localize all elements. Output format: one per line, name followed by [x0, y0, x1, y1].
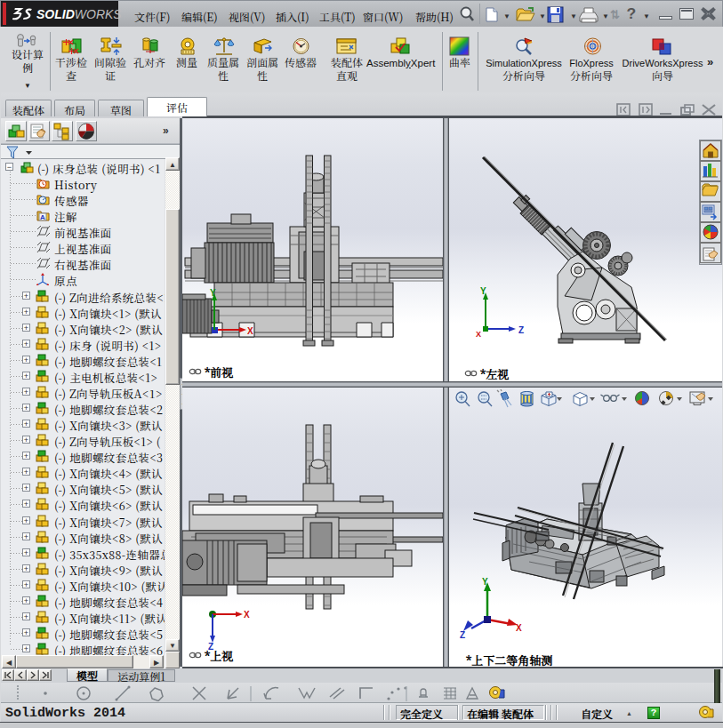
- svg-text:Y: Y: [210, 288, 216, 298]
- svg-text:A: A: [40, 213, 45, 221]
- svg-text:X: X: [247, 326, 253, 336]
- svg-text:X: X: [476, 330, 481, 339]
- svg-text:X: X: [516, 623, 522, 633]
- svg-text:X: X: [244, 610, 250, 620]
- svg-text:Z: Z: [460, 630, 465, 640]
- svg-text:Z: Z: [518, 325, 524, 335]
- svg-text:Y: Y: [480, 286, 486, 296]
- svg-text:Y: Y: [482, 577, 488, 587]
